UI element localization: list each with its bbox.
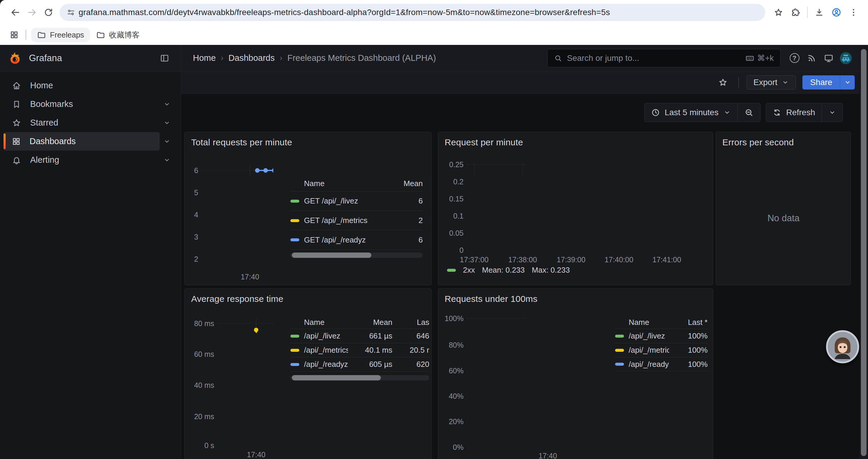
sidebar-link-dashboards[interactable]: Dashboards — [4, 132, 159, 151]
legend-scrollbar-thumb[interactable] — [292, 253, 371, 258]
legend-row[interactable]: /api/_/readyz100% — [615, 357, 708, 371]
monitor-icon[interactable] — [820, 50, 837, 67]
series-mean: 6 — [387, 235, 423, 244]
legend-scrollbar[interactable] — [290, 253, 423, 258]
tune-icon[interactable] — [63, 5, 79, 20]
legend-row[interactable]: /api/_/metrics40.1 ms20.5 r — [290, 343, 429, 357]
legend-header-mean[interactable]: Mean — [348, 318, 392, 327]
help-icon[interactable]: ? — [786, 50, 803, 67]
y-axis-tick: 0.25 — [449, 160, 464, 169]
chart-canvas — [438, 132, 527, 176]
home-icon — [12, 81, 21, 90]
panel-toggle-icon[interactable] — [157, 51, 172, 66]
extensions-icon[interactable] — [787, 4, 804, 21]
legend-row[interactable]: /api/_/readyz605 µs620 — [290, 357, 429, 371]
legend-header-name: Name — [304, 318, 348, 327]
series-color-pill — [290, 335, 299, 338]
series-color-pill — [290, 219, 299, 222]
y-axis-tick: 0.15 — [449, 195, 464, 203]
toolbar-divider — [738, 77, 739, 88]
legend-scrollbar-thumb[interactable] — [292, 375, 381, 381]
legend-row[interactable]: GET /api/_/livez6 — [290, 191, 423, 210]
series-color-pill — [615, 363, 624, 366]
assistant-avatar[interactable] — [826, 330, 859, 363]
time-range-button[interactable]: Last 5 minutes — [645, 103, 737, 122]
bookmark-icon — [12, 100, 21, 109]
chevron-down-icon[interactable] — [159, 138, 174, 145]
bookmark-star-icon[interactable] — [770, 4, 787, 21]
series-name: /api/_/metrics — [304, 346, 348, 355]
sidebar-link-alerting[interactable]: Alerting — [4, 151, 159, 169]
breadcrumb-dashboards[interactable]: Dashboards — [228, 53, 275, 63]
download-icon[interactable] — [811, 4, 828, 21]
sidebar-link-bookmarks[interactable]: Bookmarks — [4, 95, 159, 113]
star-icon — [12, 118, 21, 128]
chevron-down-icon[interactable] — [159, 156, 174, 164]
share-button[interactable]: Share — [802, 75, 840, 90]
no-data-label: No data — [768, 213, 800, 224]
time-controls: Last 5 minutes Refresh — [644, 103, 843, 122]
search-placeholder: Search or jump to... — [567, 54, 639, 63]
breadcrumb-home[interactable]: Home — [193, 53, 216, 63]
profile-icon[interactable] — [828, 4, 845, 21]
legend-scrollbar[interactable] — [290, 375, 429, 381]
search-input[interactable]: Search or jump to... ⌘+k — [547, 49, 780, 67]
user-avatar[interactable] — [837, 50, 855, 67]
share-menu-button[interactable] — [840, 75, 855, 90]
dashboard-content: Export Share Last 5 minutes — [181, 71, 868, 459]
url-text: grafana.mathmast.com/d/deytv4rwavabkb/fr… — [79, 8, 610, 17]
sidebar-link-home[interactable]: Home — [4, 76, 159, 95]
series-mean: 605 µs — [348, 360, 392, 369]
x-axis-tick: 17:40 — [538, 452, 557, 459]
time-picker-group: Last 5 minutes — [644, 103, 761, 122]
legend-row[interactable]: /api/_/livez661 µs646 — [290, 329, 429, 343]
series-mean: 40.1 ms — [348, 346, 392, 355]
star-icon[interactable] — [715, 75, 731, 90]
sidebar-link-starred[interactable]: Starred — [4, 113, 159, 132]
legend-row[interactable]: /api/_/metrics100% — [615, 343, 708, 357]
series-color-pill — [615, 349, 624, 352]
refresh-button[interactable]: Refresh — [766, 103, 822, 122]
bell-icon — [12, 155, 21, 165]
legend-header-last[interactable]: Last * — [669, 318, 708, 327]
back-icon[interactable] — [7, 4, 24, 21]
grafana-flame-icon[interactable] — [8, 52, 22, 65]
grafana-app: Grafana Home › Dashboards › Freeleaps Me… — [0, 45, 868, 459]
chevron-down-icon[interactable] — [159, 100, 174, 108]
page-scrollbar — [860, 45, 868, 459]
legend-header-last[interactable]: Las — [392, 318, 429, 327]
panel-title[interactable]: Errors per second — [722, 137, 794, 147]
url-bar[interactable]: grafana.mathmast.com/d/deytv4rwavabkb/fr… — [60, 4, 765, 21]
brand-name: Grafana — [29, 53, 62, 64]
legend-row[interactable]: /api/_/livez100% — [615, 329, 708, 343]
search-icon — [554, 54, 562, 62]
y-axis-tick: 60 ms — [194, 350, 214, 359]
rss-icon[interactable] — [803, 50, 820, 67]
series-last: 100% — [669, 360, 708, 369]
legend-header-mean[interactable]: Mean — [387, 179, 423, 188]
breadcrumb-separator: › — [280, 54, 282, 63]
sidebar-item-bookmarks: Bookmarks — [0, 95, 181, 113]
legend-line[interactable]: 2xxMean: 0.233Max: 0.233 — [447, 266, 570, 275]
bookmark-label: Freeleaps — [50, 30, 84, 40]
chevron-down-icon — [723, 109, 731, 117]
reload-icon[interactable] — [40, 4, 57, 21]
apps-grid-icon[interactable] — [7, 28, 21, 42]
y-axis-tick: 80 ms — [194, 319, 214, 328]
folder-icon — [96, 30, 105, 39]
bookmark-folder-freeleaps[interactable]: Freeleaps — [31, 28, 90, 42]
bookmark-folder-blogs[interactable]: 收藏博客 — [90, 27, 146, 43]
refresh-interval-button[interactable] — [822, 103, 843, 122]
chevron-down-icon[interactable] — [159, 119, 174, 127]
zoom-out-button[interactable] — [737, 103, 760, 122]
series-mean: 6 — [387, 196, 423, 205]
sidebar-item-alerting: Alerting — [0, 151, 181, 169]
menu-dots-icon[interactable] — [845, 4, 862, 21]
page-scrollbar-thumb[interactable] — [861, 49, 867, 456]
series-max-label: Max: 0.233 — [532, 266, 570, 275]
refresh-icon — [773, 108, 781, 117]
export-button[interactable]: Export — [747, 75, 796, 90]
legend-row[interactable]: GET /api/_/readyz6 — [290, 230, 423, 250]
x-axis-tick: 17:40 — [247, 451, 266, 459]
legend-row[interactable]: GET /api/_/metrics2 — [290, 210, 423, 230]
